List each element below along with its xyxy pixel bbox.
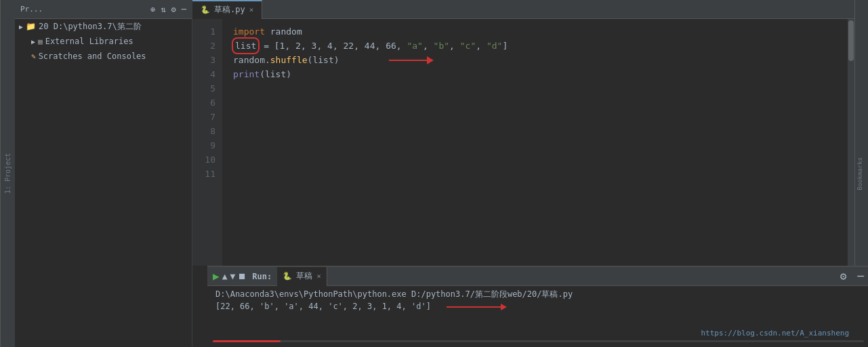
result-value: [22, 66, 'b', 'a', 44, 'c', 2, 3, 1, 4, …: [215, 302, 431, 311]
string-c: "c": [460, 39, 476, 53]
line-num-5: 5: [192, 81, 215, 96]
code-line-10: [233, 152, 848, 167]
expand-arrow-icon: ▶: [19, 23, 23, 30]
code-line-9: [233, 138, 848, 152]
output-scroll-track: [213, 340, 864, 342]
external-libraries-label: External Libraries: [45, 37, 133, 46]
output-arrow-head: [501, 304, 507, 310]
scratches-icon: ✎: [31, 52, 36, 61]
line-numbers-gutter: 1 2 3 4 5 6 7 8 9 10 11: [192, 19, 222, 266]
run-minimize-icon[interactable]: ─: [857, 270, 864, 283]
list-var-circled: list: [232, 37, 260, 54]
code-line-7: [233, 110, 848, 124]
tree-item-project-folder[interactable]: ▶ 📁 20 D:\python3.7\第二阶: [15, 19, 192, 34]
run-label: Run:: [252, 272, 272, 281]
tab-filename: 草稿.py: [214, 4, 245, 16]
output-scroll-track-container: [207, 340, 868, 343]
run-panel: ▶ ▲ ▼ ⏹ Run: 🐍 草稿 × ⚙ ─ D:\Anaconda3\env…: [207, 266, 868, 347]
tree-item-external-libraries[interactable]: ▶ ▦ External Libraries: [15, 34, 192, 49]
run-tab-py-icon: 🐍: [283, 272, 292, 281]
string-b: "b": [434, 39, 449, 53]
play-button[interactable]: ▶: [213, 270, 220, 283]
minimize-icon[interactable]: ─: [182, 5, 186, 14]
main-container: 1: Project Pr... ⊕ ⇅ ⚙ ─ ▶ 📁 20 D:\pytho…: [0, 0, 868, 347]
right-panel-label-1: Bookmarks: [856, 157, 863, 190]
print-keyword: print: [233, 67, 260, 81]
sidebar-title-label: Pr...: [20, 5, 43, 14]
keyword-import: import: [233, 24, 265, 39]
sidebar-header: Pr... ⊕ ⇅ ⚙ ─: [15, 0, 192, 19]
project-vertical-tab[interactable]: 1: Project: [0, 0, 15, 347]
editor-tab-active[interactable]: 🐍 草稿.py ×: [192, 0, 262, 19]
line-num-7: 7: [192, 110, 215, 124]
editor-wrapper: 🐍 草稿.py × 1 2 3 4 5 6 7 8 9 10: [192, 0, 854, 347]
line-num-2: 2: [192, 39, 215, 53]
output-arrow-annotation: [447, 306, 501, 308]
random-method-call: random.shuffle(list): [233, 53, 339, 67]
collapse-icon[interactable]: ⇅: [161, 5, 165, 14]
line-num-1: 1: [192, 24, 215, 39]
line-num-10: 10: [192, 152, 215, 167]
run-settings-icon[interactable]: ⚙: [840, 270, 847, 283]
run-tab-active[interactable]: 🐍 草稿 ×: [277, 267, 327, 286]
editor-and-scrollbar: 1 2 3 4 5 6 7 8 9 10 11 import random: [192, 19, 854, 266]
project-tab-label: 1: Project: [4, 153, 12, 194]
line-num-4: 4: [192, 67, 215, 81]
settings-icon[interactable]: ⚙: [171, 5, 176, 14]
scratches-label: Scratches and Consoles: [39, 52, 146, 61]
library-icon: ▦: [38, 37, 43, 46]
code-line-4: print(list): [233, 67, 848, 81]
code-content[interactable]: import random list = [1, 2, 3, 4, 22, 44…: [222, 19, 848, 266]
shuffle-arrow-annotation: [389, 56, 434, 64]
project-folder-label: 20 D:\python3.7\第二阶: [39, 21, 142, 33]
output-result-text: [22, 66, 'b', 'a', 44, 'c', 2, 3, 1, 4, …: [215, 302, 861, 311]
sidebar-header-icons: ⊕ ⇅ ⚙ ─: [150, 5, 186, 14]
editor-tab-bar: 🐍 草稿.py ×: [192, 0, 854, 19]
string-d: "d": [487, 39, 502, 53]
scroll-up-button[interactable]: ▲: [222, 271, 228, 281]
line-num-11: 11: [192, 167, 215, 181]
project-sidebar: Pr... ⊕ ⇅ ⚙ ─ ▶ 📁 20 D:\python3.7\第二阶 ▶ …: [15, 0, 192, 347]
arrow-head: [427, 56, 434, 64]
line-num-3: 3: [192, 53, 215, 67]
editor-scrollbar-thumb[interactable]: [848, 20, 854, 61]
arrow-line: [389, 60, 427, 61]
csdn-url: https://blog.csdn.net/A_xiansheng: [701, 329, 849, 338]
code-editor[interactable]: 1 2 3 4 5 6 7 8 9 10 11 import random: [192, 19, 854, 266]
tab-close-button[interactable]: ×: [249, 5, 254, 14]
locate-icon[interactable]: ⊕: [150, 5, 155, 14]
run-tab-name: 草稿: [296, 270, 312, 282]
scroll-down-button[interactable]: ▼: [230, 271, 235, 281]
editor-scrollbar[interactable]: [848, 19, 854, 266]
code-line-8: [233, 124, 848, 138]
run-tab-close-button[interactable]: ×: [316, 272, 321, 281]
code-line-5: [233, 81, 848, 96]
folder-icon: 📁: [26, 22, 36, 31]
output-scroll-thumb[interactable]: [213, 340, 281, 342]
run-controls: ▶ ▲ ▼ ⏹: [213, 270, 247, 283]
line-num-8: 8: [192, 124, 215, 138]
line-num-6: 6: [192, 96, 215, 110]
tree-item-scratches[interactable]: ✎ Scratches and Consoles: [15, 49, 192, 64]
run-tab-bar: ▶ ▲ ▼ ⏹ Run: 🐍 草稿 × ⚙ ─: [207, 267, 868, 286]
python-file-icon: 🐍: [201, 5, 210, 14]
string-a: "a": [407, 39, 422, 53]
stop-button[interactable]: ⏹: [238, 271, 247, 281]
code-line-11: [233, 167, 848, 181]
line-num-9: 9: [192, 138, 215, 152]
expand-arrow-external-icon: ▶: [31, 38, 35, 45]
run-output: D:\Anaconda3\envs\PythonPath\python.exe …: [207, 286, 868, 347]
code-line-2: list = [1, 2, 3, 4, 22, 44, 66, "a", "b"…: [233, 39, 848, 53]
file-tree: ▶ 📁 20 D:\python3.7\第二阶 ▶ ▦ External Lib…: [15, 19, 192, 347]
code-line-6: [233, 96, 848, 110]
code-line-1: import random: [233, 24, 848, 39]
code-line-3: random.shuffle(list): [233, 53, 848, 67]
output-command-path: D:\Anaconda3\envs\PythonPath\python.exe …: [215, 289, 861, 300]
